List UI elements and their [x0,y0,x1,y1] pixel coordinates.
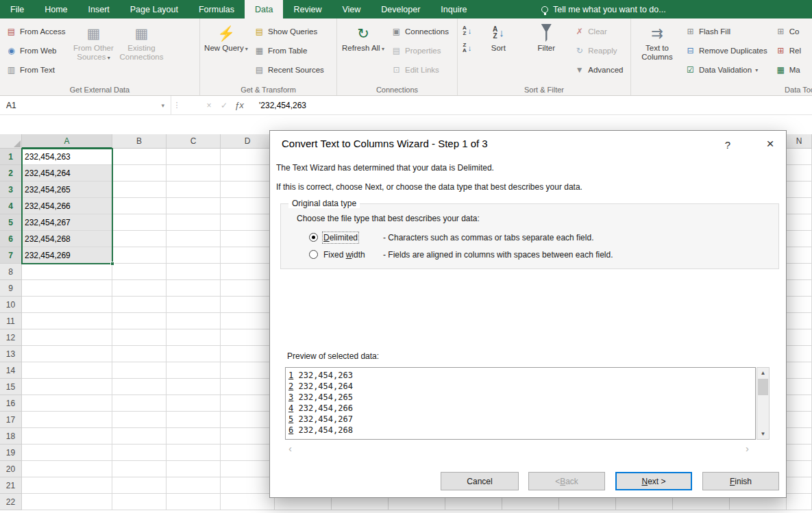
cell[interactable] [112,231,167,247]
cell[interactable] [167,198,221,214]
row-header-21[interactable]: 21 [0,477,22,494]
scrollbar-thumb[interactable] [758,379,768,395]
formula-bar-splitter[interactable]: ⋮ [171,101,182,110]
cell[interactable] [22,445,112,461]
cell[interactable] [112,165,167,182]
radio-button-delimited[interactable] [309,233,318,242]
cell[interactable] [112,149,167,165]
cell[interactable] [221,198,275,214]
cell[interactable] [221,231,275,247]
cell[interactable] [167,149,221,165]
filter-button[interactable]: Filter [522,20,570,84]
cell[interactable] [221,280,275,297]
cell[interactable] [221,165,275,182]
cell[interactable] [167,346,221,362]
cell[interactable] [167,165,221,182]
row-header-2[interactable]: 2 [0,165,22,182]
cell[interactable] [167,412,221,428]
from-table-button[interactable]: ▦From Table [250,41,328,60]
cell[interactable] [112,346,167,362]
show-queries-button[interactable]: ▤Show Queries [250,22,328,41]
cell[interactable] [787,395,812,412]
cell[interactable] [787,428,812,445]
row-header-9[interactable]: 9 [0,280,22,297]
cell[interactable] [221,329,275,346]
cell[interactable] [221,214,275,231]
co-button[interactable]: ⊞Co [772,22,805,41]
from-access-button[interactable]: ▤From Access [2,22,69,41]
cell[interactable] [167,395,221,412]
row-header-14[interactable]: 14 [0,362,22,379]
scroll-down-icon[interactable]: ▼ [757,429,769,439]
cell[interactable]: 232,454,268 [22,231,112,247]
row-header-22[interactable]: 22 [0,494,22,510]
text-to-columns-button[interactable]: ⇉Text to Columns [633,20,681,84]
cell[interactable] [221,477,275,494]
cell[interactable] [112,329,167,346]
cell[interactable] [167,280,221,297]
cell[interactable] [22,346,112,362]
tab-page-layout[interactable]: Page Layout [120,0,188,18]
tab-developer[interactable]: Developer [371,0,430,18]
row-header-17[interactable]: 17 [0,412,22,428]
cell[interactable] [112,477,167,494]
cell[interactable] [221,395,275,412]
cell[interactable] [167,445,221,461]
row-header-19[interactable]: 19 [0,445,22,461]
cell[interactable] [221,182,275,198]
tab-home[interactable]: Home [34,0,77,18]
cell[interactable] [22,329,112,346]
cell[interactable] [221,297,275,313]
from-web-button[interactable]: ◉From Web [2,41,69,60]
column-header-a[interactable]: A [22,134,112,149]
cell[interactable] [787,346,812,362]
cell[interactable]: 232,454,263 [22,149,112,165]
cell[interactable] [787,445,812,461]
cancel-entry-icon[interactable]: × [201,101,217,110]
cell[interactable] [221,461,275,477]
cell[interactable]: 232,454,269 [22,247,112,264]
cell[interactable] [22,379,112,395]
finish-button[interactable]: Finish [702,472,779,490]
cell[interactable] [112,428,167,445]
cell[interactable] [221,149,275,165]
cell[interactable] [22,297,112,313]
cell[interactable] [112,362,167,379]
cell[interactable] [22,395,112,412]
sort-button[interactable]: A Z↓Sort [474,20,522,84]
tab-formulas[interactable]: Formulas [188,0,245,18]
row-header-3[interactable]: 3 [0,182,22,198]
cell[interactable] [787,313,812,329]
row-header-11[interactable]: 11 [0,313,22,329]
enter-entry-icon[interactable]: ✓ [217,101,232,110]
column-header-c[interactable]: C [167,134,221,149]
cell[interactable] [787,362,812,379]
cell[interactable]: 232,454,264 [22,165,112,182]
cell[interactable] [22,280,112,297]
cell[interactable] [22,313,112,329]
cell[interactable]: 232,454,267 [22,214,112,231]
insert-function-icon[interactable]: ƒx [232,100,247,110]
cell[interactable] [221,313,275,329]
cell[interactable] [787,477,812,494]
cancel-button[interactable]: Cancel [441,472,519,490]
flash-fill-button[interactable]: ⊞Flash Fill [681,22,772,41]
cell[interactable] [112,379,167,395]
chevron-down-icon[interactable]: ▾ [161,102,164,109]
cell[interactable] [787,182,812,198]
cell[interactable] [22,477,112,494]
preview-vertical-scrollbar[interactable]: ▲ ▼ [756,367,770,440]
cell[interactable] [787,494,812,510]
row-header-4[interactable]: 4 [0,198,22,214]
tab-data[interactable]: Data [245,0,283,18]
cell[interactable] [167,182,221,198]
tell-me-box[interactable]: Tell me what you want to do... [541,0,666,18]
data-validation-button[interactable]: ☑Data Validation▾ [681,60,772,79]
cell[interactable] [221,346,275,362]
cell[interactable] [167,461,221,477]
row-header-20[interactable]: 20 [0,461,22,477]
scroll-right-icon[interactable]: › [746,442,749,454]
cell[interactable] [221,247,275,264]
cell[interactable] [167,329,221,346]
tab-review[interactable]: Review [283,0,332,18]
